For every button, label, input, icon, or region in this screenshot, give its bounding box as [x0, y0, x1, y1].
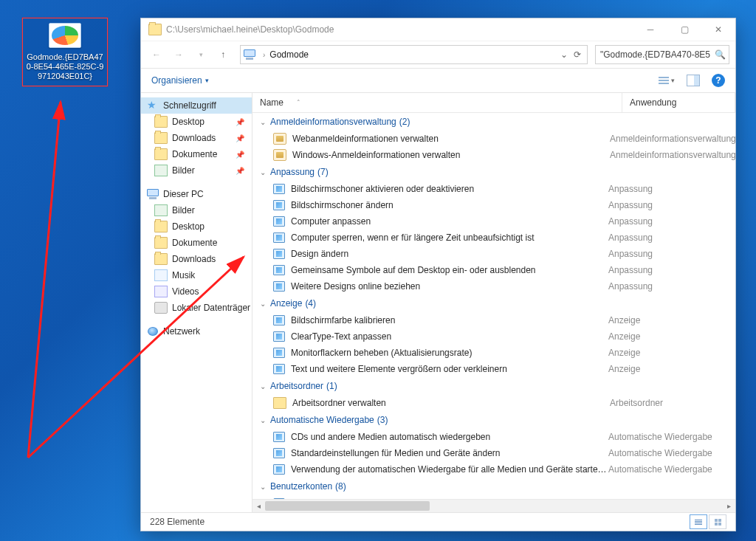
breadcrumb-godmode[interactable]: Godmode [268, 48, 310, 61]
list-item[interactable]: Bildschirmschoner ändernAnpassung [252, 197, 735, 213]
item-app: Automatische Wiedergabe [608, 448, 735, 458]
list-item[interactable]: Design ändernAnpassung [252, 246, 735, 262]
sidebar-item-documents[interactable]: Dokumente 📌 [141, 146, 252, 162]
sidebar-item-pc-videos[interactable]: Videos [141, 283, 252, 300]
preview-pane-button[interactable] [687, 75, 700, 86]
pc-icon [147, 189, 159, 199]
list-item[interactable]: ClearType-Text anpassenAnzeige [252, 328, 735, 345]
nav-history-dropdown[interactable]: ▾ [191, 45, 210, 64]
nav-up-button[interactable]: ↑ [213, 45, 233, 64]
list-item[interactable]: Text und weitere Elemente vergrößern ode… [252, 361, 735, 377]
help-button[interactable]: ? [712, 74, 725, 87]
refresh-button[interactable]: ⟳ [571, 49, 584, 60]
item-app: Automatische Wiedergabe [608, 464, 735, 475]
group-title: Anmeldeinformationsverwaltung [270, 117, 396, 127]
sidebar-label: Videos [172, 286, 199, 297]
item-label: Standardeinstellungen für Medien und Ger… [291, 448, 608, 458]
group-header[interactable]: ⌄Anpassung(7) [252, 163, 735, 181]
scrollbar-track[interactable] [265, 500, 723, 512]
list-item[interactable]: Computer sperren, wenn er für längere Ze… [252, 230, 735, 246]
nav-forward-button[interactable]: → [169, 45, 188, 64]
list-item[interactable]: CDs und andere Medien automatisch wieder… [252, 429, 735, 445]
item-list[interactable]: ⌄Anmeldeinformationsverwaltung(2)Webanme… [252, 113, 735, 499]
sidebar-item-quick-access[interactable]: Schnellzugriff [141, 97, 252, 114]
list-item[interactable]: Standardeinstellungen für Medien und Ger… [252, 445, 735, 461]
list-item[interactable]: Weitere Designs online beziehenAnpassung [252, 278, 735, 294]
list-item[interactable]: Bildschirmschoner aktivieren oder deakti… [252, 181, 735, 197]
chevron-down-icon: ⌄ [260, 168, 266, 176]
close-button[interactable]: ✕ [701, 18, 735, 41]
group-header[interactable]: ⌄Benutzerkonten(8) [252, 478, 735, 495]
sidebar-item-pc-downloads[interactable]: Downloads [141, 251, 252, 267]
list-item[interactable]: Gemeinsame Symbole auf dem Desktop ein- … [252, 262, 735, 278]
item-app: Anpassung [608, 216, 735, 227]
scroll-left-button[interactable]: ◂ [252, 500, 265, 512]
item-app: Anzeige [608, 364, 735, 374]
nav-back-button[interactable]: ← [147, 45, 166, 64]
view-menu[interactable]: ▾ [659, 77, 675, 84]
sidebar-item-this-pc[interactable]: Dieser PC [141, 186, 252, 202]
list-item[interactable]: Windows-Anmeldeinformationen verwaltenAn… [252, 147, 735, 163]
icons-view-button[interactable] [709, 514, 726, 529]
sidebar-item-network[interactable]: Netzwerk [141, 323, 252, 340]
list-item[interactable]: Computer anpassenAnpassung [252, 213, 735, 230]
group-count: (2) [399, 117, 410, 127]
chevron-down-icon: ⌄ [260, 483, 266, 491]
sidebar-item-pc-desktop[interactable]: Desktop [141, 218, 252, 235]
group-count: (3) [377, 415, 388, 425]
group-header[interactable]: ⌄Anmeldeinformationsverwaltung(2) [252, 113, 735, 131]
item-app: Anpassung [608, 232, 735, 243]
sidebar-item-desktop[interactable]: Desktop 📌 [141, 114, 252, 130]
address-bar[interactable]: › Godmode ⌄ ⟳ [240, 45, 588, 64]
organise-menu[interactable]: Organisieren [151, 75, 202, 86]
group-title: Automatische Wiedergabe [270, 415, 374, 425]
horizontal-scrollbar[interactable]: ◂ ▸ [252, 499, 735, 512]
sidebar-item-pc-music[interactable]: Musik [141, 267, 252, 283]
group-title: Arbeitsordner [270, 381, 323, 391]
item-app: Anpassung [608, 184, 735, 194]
scroll-right-button[interactable]: ▸ [723, 500, 735, 512]
item-app: Anzeige [608, 348, 735, 358]
window-title: C:\Users\michael.heine\Desktop\Godmode [166, 24, 334, 35]
item-app: Arbeitsordner [610, 398, 735, 408]
list-item[interactable]: Webanmeldeinformationen verwaltenAnmelde… [252, 131, 735, 147]
folder-icon [154, 148, 168, 160]
group-header[interactable]: ⌄Anzeige(4) [252, 294, 735, 312]
svg-line-0 [28, 102, 61, 458]
chevron-down-icon: ⌄ [260, 300, 266, 308]
item-app: Anpassung [608, 200, 735, 210]
search-icon[interactable]: 🔍 [715, 49, 726, 60]
minimize-button[interactable]: ─ [633, 18, 667, 41]
videos-icon [154, 286, 168, 297]
folder-icon [148, 24, 162, 35]
sidebar-item-pc-pictures[interactable]: Bilder [141, 202, 252, 218]
sidebar-item-pc-documents[interactable]: Dokumente [141, 235, 252, 251]
details-view-button[interactable] [690, 514, 707, 529]
sidebar-item-downloads[interactable]: Downloads 📌 [141, 130, 252, 146]
sidebar-item-local-disk[interactable]: Lokaler Datenträger [141, 300, 252, 316]
search-box[interactable]: 🔍 [595, 45, 729, 64]
network-icon [147, 326, 159, 337]
maximize-button[interactable]: ▢ [667, 18, 701, 41]
group-header[interactable]: ⌄Arbeitsordner(1) [252, 377, 735, 395]
list-item[interactable]: Monitorflackern beheben (Aktualisierungs… [252, 345, 735, 361]
group-title: Anpassung [270, 167, 315, 177]
desktop-icon-label: 9712043E01C} [24, 72, 106, 81]
scrollbar-thumb[interactable] [265, 501, 430, 511]
search-input[interactable] [599, 49, 712, 61]
address-dropdown[interactable]: ⌄ [557, 49, 571, 60]
folder-icon [154, 116, 168, 128]
group-header[interactable]: ⌄Automatische Wiedergabe(3) [252, 411, 735, 429]
group-title: Anzeige [270, 298, 302, 309]
list-item[interactable]: Arbeitsordner verwaltenArbeitsordner [252, 395, 735, 411]
list-item[interactable]: Bildschirmfarbe kalibrierenAnzeige [252, 312, 735, 328]
titlebar: C:\Users\michael.heine\Desktop\Godmode ─… [141, 18, 735, 41]
pictures-icon [154, 165, 168, 176]
column-header-app[interactable]: Anwendung [622, 93, 735, 112]
item-icon [273, 216, 285, 227]
desktop-folder-godmode[interactable]: Godmode.{ED7BA47 0-8E54-465E-825C-9 9712… [22, 18, 108, 86]
icons-view-icon [715, 519, 721, 526]
column-header-name[interactable]: Name ˄ [252, 93, 622, 112]
list-item[interactable]: Verwendung der automatischen Wiedergabe … [252, 461, 735, 478]
sidebar-item-pictures[interactable]: Bilder 📌 [141, 162, 252, 179]
